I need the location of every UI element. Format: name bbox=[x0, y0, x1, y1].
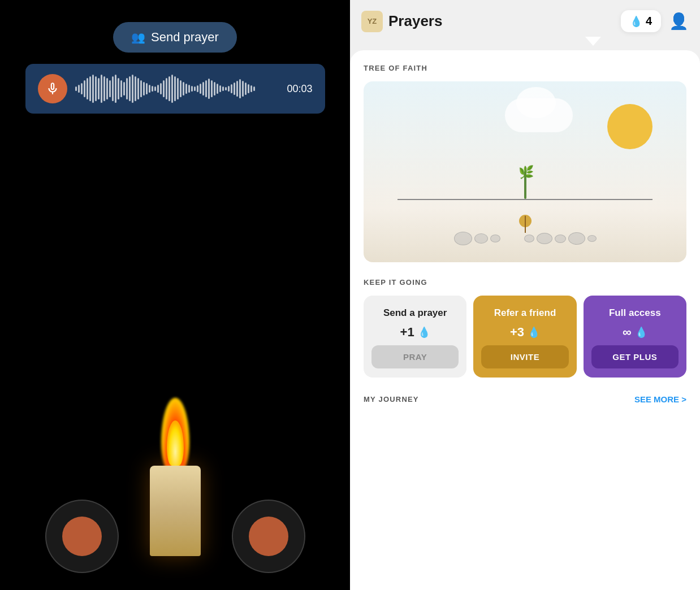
person-icon: 👥 bbox=[131, 31, 145, 44]
keep-going-section: KEEP IT GOING Send a prayer +1 💧 PRAY bbox=[364, 278, 686, 378]
card-refer-label: Refer a friend bbox=[494, 307, 556, 319]
invite-button[interactable]: INVITE bbox=[481, 345, 568, 368]
waveform bbox=[75, 77, 279, 100]
app-header: YZ Prayers 💧 4 👤 bbox=[350, 0, 700, 39]
drop-icon-refer: 💧 bbox=[528, 326, 540, 339]
left-panel: 👥 Send prayer 00:03 bbox=[0, 0, 350, 590]
card-access-points: ∞ 💧 bbox=[623, 325, 647, 340]
journey-section: MY JOURNEY SEE MORE > bbox=[364, 389, 686, 404]
main-card: TREE OF FAITH 🌿 bbox=[350, 50, 700, 590]
right-panel: YZ Prayers 💧 4 👤 TREE OF FAITH 🌿 bbox=[350, 0, 700, 590]
app-logo: YZ bbox=[361, 11, 383, 32]
audio-recorder: 00:03 bbox=[25, 64, 325, 114]
candle-base-right bbox=[232, 500, 305, 573]
tree-of-faith: 🌿 bbox=[364, 81, 686, 262]
mic-icon bbox=[45, 81, 60, 96]
timer: 00:03 bbox=[287, 83, 312, 95]
send-prayer-card: Send a prayer +1 💧 PRAY bbox=[364, 296, 466, 378]
pray-button[interactable]: PRAY bbox=[371, 345, 459, 368]
drops-count: 4 bbox=[646, 15, 652, 28]
header-right: 💧 4 👤 bbox=[621, 10, 689, 32]
candle-scene bbox=[0, 194, 350, 590]
card-access-label: Full access bbox=[609, 307, 661, 319]
dropdown-arrow bbox=[585, 37, 601, 46]
seedling: 🌿 bbox=[524, 171, 526, 199]
full-access-card: Full access ∞ 💧 GET PLUS bbox=[584, 296, 686, 378]
see-more-link[interactable]: SEE MORE > bbox=[634, 394, 686, 404]
drop-icon-send: 💧 bbox=[418, 326, 430, 339]
infinity-icon: ∞ bbox=[623, 325, 632, 340]
header-left: YZ Prayers bbox=[361, 11, 442, 32]
drop-icon-access: 💧 bbox=[635, 326, 647, 339]
drops-badge[interactable]: 💧 4 bbox=[621, 10, 661, 32]
card-refer-points: +3 💧 bbox=[510, 325, 540, 340]
app-title: Prayers bbox=[388, 12, 442, 30]
send-prayer-button[interactable]: 👥 Send prayer bbox=[113, 22, 237, 53]
get-plus-button[interactable]: GET PLUS bbox=[591, 345, 679, 368]
candle-bases bbox=[45, 500, 305, 573]
stones-row bbox=[454, 232, 597, 245]
send-prayer-label: Send prayer bbox=[151, 30, 219, 45]
card-send-points: +1 💧 bbox=[400, 325, 430, 340]
candle-flame bbox=[158, 392, 192, 471]
cards-row: Send a prayer +1 💧 PRAY Refer a friend bbox=[364, 296, 686, 378]
tree-section-title: TREE OF FAITH bbox=[364, 64, 686, 72]
ground-line bbox=[397, 199, 653, 200]
refer-friend-card: Refer a friend +3 💧 INVITE bbox=[473, 296, 576, 378]
journey-title: MY JOURNEY bbox=[364, 395, 419, 404]
mic-button[interactable] bbox=[38, 74, 67, 103]
sun bbox=[607, 104, 653, 149]
card-send-label: Send a prayer bbox=[383, 307, 447, 319]
root bbox=[525, 216, 526, 233]
keep-going-title: KEEP IT GOING bbox=[364, 278, 686, 287]
profile-icon[interactable]: 👤 bbox=[669, 12, 689, 31]
cloud bbox=[505, 98, 573, 132]
seedling-leaf: 🌿 bbox=[518, 165, 534, 180]
drop-icon-header: 💧 bbox=[630, 15, 642, 28]
candle-base-left bbox=[45, 500, 119, 573]
